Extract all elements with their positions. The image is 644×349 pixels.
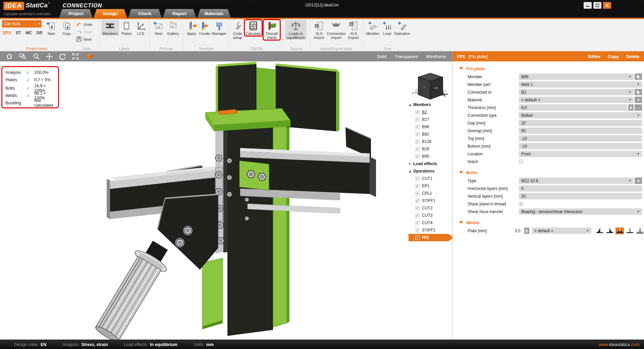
- zoom-window-button[interactable]: [19, 53, 27, 60]
- checkbox-checked[interactable]: ✓: [415, 140, 420, 144]
- mode-dr[interactable]: DR: [37, 31, 42, 35]
- weld-type-butt-button[interactable]: [626, 228, 634, 234]
- pick-member-button[interactable]: [635, 73, 642, 80]
- section-welds[interactable]: Welds: [452, 218, 644, 227]
- section-fin-plate[interactable]: Fin plate: [452, 64, 644, 73]
- new-member-button[interactable]: Member: [365, 20, 381, 36]
- tree-item-fp1-selected[interactable]: ✓FP1: [409, 234, 452, 241]
- top-input[interactable]: -10: [519, 135, 642, 142]
- connection-combo[interactable]: Con N24 ▾: [2, 20, 42, 28]
- overall-check-button[interactable]: Overall check: [264, 20, 279, 40]
- tree-item-b27[interactable]: ✓B27: [409, 116, 451, 123]
- weld-material-select[interactable]: < default >▼: [532, 228, 591, 234]
- checkbox-checked[interactable]: ✓: [415, 236, 420, 240]
- rotate-button[interactable]: [59, 53, 66, 60]
- notch-checkbox-unchecked[interactable]: [519, 159, 523, 164]
- tree-item-cut4[interactable]: ✓CUT4: [409, 219, 451, 227]
- checkbox-checked[interactable]: ✓: [415, 213, 420, 218]
- maximize-button[interactable]: [593, 2, 601, 9]
- close-button[interactable]: [603, 2, 611, 9]
- delete-operation-button[interactable]: Delete: [626, 54, 639, 59]
- horizontal-layers-input[interactable]: 0: [519, 185, 642, 192]
- member-select[interactable]: B95▼: [519, 73, 634, 80]
- zoom-button[interactable]: [33, 53, 40, 60]
- new-operation-button[interactable]: Operation: [393, 20, 411, 36]
- tree-item-b82[interactable]: ✓B82: [409, 131, 451, 138]
- home-view-button[interactable]: [6, 53, 13, 60]
- weld-type-fillet-left-button[interactable]: [595, 228, 604, 234]
- tree-item-b95[interactable]: ✓B95: [409, 153, 451, 160]
- copy-project-item-button[interactable]: Copy: [60, 20, 73, 36]
- tree-item-b28[interactable]: ✓B28: [409, 145, 451, 153]
- tree-item-b126[interactable]: ✓B126: [409, 138, 451, 145]
- thickness-more-button[interactable]: ...: [635, 104, 642, 111]
- template-manager-button[interactable]: Manager: [211, 20, 227, 36]
- checkbox-checked[interactable]: ✓: [415, 228, 420, 233]
- checkbox-checked[interactable]: ✓: [415, 110, 420, 114]
- loads-in-equilibrium-toggle[interactable]: Loads in equilibrium: [285, 20, 307, 40]
- new-project-item-button[interactable]: New: [45, 20, 58, 36]
- code-setup-button[interactable]: Code setup: [231, 20, 244, 40]
- labels-members-toggle[interactable]: Members: [101, 20, 119, 36]
- tree-item-cpl1[interactable]: ✓CPL1: [409, 190, 451, 197]
- material-select[interactable]: < default >▼: [519, 97, 634, 103]
- shear-plane-checkbox-checked[interactable]: ✓: [519, 202, 523, 206]
- tree-item-b2[interactable]: ✓B2: [409, 108, 451, 116]
- tree-item-cut2[interactable]: ✓CUT2: [409, 204, 451, 212]
- vertical-layers-input[interactable]: 20: [519, 193, 642, 199]
- template-apply-button[interactable]: Apply: [185, 20, 198, 36]
- thickness-input[interactable]: 6,0: [519, 104, 627, 111]
- tree-group-members[interactable]: Members: [409, 101, 451, 108]
- checkbox-checked[interactable]: ✓: [415, 125, 420, 129]
- section-bolts[interactable]: Bolts: [452, 168, 644, 177]
- tree-item-b96[interactable]: ✓B96: [409, 123, 451, 131]
- weld-type-fillet-both-button-selected[interactable]: [615, 228, 624, 234]
- template-create-button[interactable]: Create: [198, 20, 211, 36]
- tab-report[interactable]: Report: [163, 9, 196, 18]
- overlap-input[interactable]: 90: [519, 128, 642, 134]
- location-select[interactable]: Front▼: [519, 151, 642, 157]
- pick-connected-button[interactable]: [635, 89, 642, 95]
- checkbox-checked[interactable]: ✓: [415, 177, 420, 181]
- copy-operation-button[interactable]: Copy: [608, 54, 619, 59]
- undo-button[interactable]: Undo: [76, 21, 92, 28]
- bottom-input[interactable]: -10: [519, 143, 642, 149]
- shear-force-select[interactable]: Bearing - tension/shear interaction▼: [519, 208, 642, 215]
- tree-group-operations[interactable]: Operations: [409, 167, 451, 175]
- checkbox-checked[interactable]: ✓: [415, 117, 420, 122]
- tree-item-stiff1[interactable]: ✓STIFF1: [409, 197, 451, 204]
- tab-project[interactable]: Project: [59, 9, 93, 18]
- render-ingot-button[interactable]: [85, 53, 94, 60]
- connection-import-button[interactable]: Connection Import: [326, 20, 346, 40]
- weld-thickness-value[interactable]: 3,0: [515, 229, 524, 233]
- connected-to-select[interactable]: B2▼: [519, 89, 634, 95]
- tree-item-cut1[interactable]: ✓CUT1: [409, 175, 451, 182]
- tree-item-stiff2[interactable]: ✓STIFF2: [409, 227, 451, 234]
- tree-group-load-effects[interactable]: Load effects: [409, 160, 451, 167]
- tab-design[interactable]: Design: [94, 9, 127, 18]
- view-mode-wireframe[interactable]: Wireframe: [426, 54, 446, 59]
- bolt-type-select[interactable]: M12 10.9▼: [519, 178, 634, 184]
- weld-type-double-butt-button[interactable]: [636, 228, 644, 234]
- checkbox-checked[interactable]: ✓: [415, 221, 420, 225]
- xls-import-button[interactable]: X XLS Import: [312, 20, 326, 40]
- redo-button[interactable]: Redo: [76, 28, 92, 35]
- labels-plates-toggle[interactable]: Plates: [119, 20, 134, 36]
- tree-item-cut3[interactable]: ✓CUT3: [409, 212, 451, 219]
- weld-thickness-stepper[interactable]: [524, 228, 529, 234]
- connection-type-select[interactable]: Bolted▼: [519, 112, 642, 118]
- checkbox-checked[interactable]: ✓: [415, 206, 420, 210]
- new-load-button[interactable]: Load: [381, 20, 394, 36]
- view-mode-transparent[interactable]: Transparent: [394, 54, 418, 59]
- weld-type-fillet-right-button[interactable]: [605, 228, 614, 234]
- save-button[interactable]: Save: [76, 36, 92, 43]
- xls-export-button[interactable]: X XLS Export: [346, 20, 361, 40]
- mode-mc[interactable]: MC: [25, 31, 32, 35]
- member-part-select[interactable]: Web 1▼: [519, 81, 642, 88]
- gap-input[interactable]: 20: [519, 120, 642, 126]
- add-material-button[interactable]: +: [635, 97, 642, 103]
- checkbox-checked[interactable]: ✓: [415, 132, 420, 137]
- fit-view-button[interactable]: [72, 53, 79, 60]
- website-link[interactable]: www.ideastatica.com: [599, 342, 639, 347]
- model-viewport[interactable]: +X -Y Analysis✓100,0% Plates✓0,7 < 5% Bo…: [0, 61, 452, 340]
